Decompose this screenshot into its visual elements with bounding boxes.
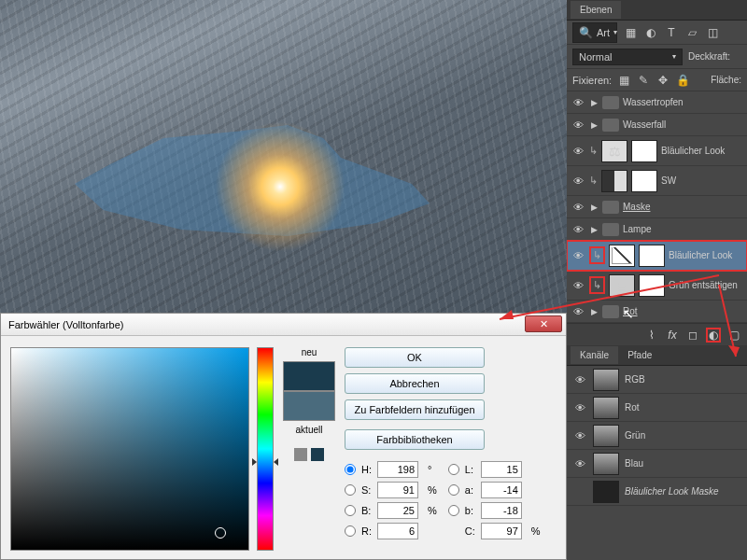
hue-slider[interactable] — [257, 347, 274, 551]
r-radio[interactable] — [345, 525, 356, 537]
channel-row[interactable]: 👁Bläulicher Look Maske — [567, 478, 747, 506]
channel-row[interactable]: 👁Grün — [567, 422, 747, 450]
right-panel: Ebenen 🔍Art ▦ ◐ T ▱ ◫ Normal Deckkraft: … — [567, 0, 747, 560]
visibility-icon[interactable]: 👁 — [571, 224, 585, 235]
channels-tab[interactable]: Kanäle — [571, 346, 618, 364]
dialog-titlebar[interactable]: Farbwähler (Volltonfarbe) ✕ — [1, 314, 566, 336]
lock-all-icon[interactable]: 🔒 — [675, 73, 690, 88]
s-radio[interactable] — [345, 484, 356, 496]
layer-row[interactable]: 👁▶Rot↖ — [567, 301, 747, 323]
channel-row[interactable]: 👁RGB — [567, 366, 747, 394]
layer-row[interactable]: 👁↳▤Grün entsättigen — [567, 271, 747, 301]
adjustment-icon-highlighted[interactable]: ◐ — [706, 328, 721, 343]
l-radio[interactable] — [448, 464, 459, 475]
color-field[interactable] — [10, 347, 249, 551]
layer-filter-row: 🔍Art ▦ ◐ T ▱ ◫ — [567, 21, 747, 45]
filter-adjust-icon[interactable]: ◐ — [643, 25, 658, 40]
link-icon[interactable]: ⌇ — [644, 328, 659, 343]
layer-row-selected[interactable]: 👁↳Bläulicher Look — [567, 241, 747, 271]
channel-thumb — [593, 397, 619, 419]
layer-row[interactable]: 👁↳⚖Bläulicher Look — [567, 136, 747, 166]
canvas-preview — [0, 0, 567, 317]
filter-shape-icon[interactable]: ▱ — [684, 25, 699, 40]
layers-tab-row: Ebenen — [567, 0, 747, 21]
blend-mode-row: Normal Deckkraft: — [567, 45, 747, 69]
clip-icon: ↳ — [589, 175, 598, 187]
filter-smart-icon[interactable]: ◫ — [705, 25, 720, 40]
layer-row[interactable]: 👁▶Lampe — [567, 218, 747, 241]
r-input[interactable] — [377, 523, 418, 539]
visibility-icon[interactable]: 👁 — [572, 430, 587, 441]
layer-row[interactable]: 👁▶Maske — [567, 196, 747, 218]
s-input[interactable] — [377, 482, 418, 498]
fx-icon[interactable]: fx — [665, 328, 680, 343]
a-input[interactable] — [481, 482, 522, 498]
twirl-icon[interactable]: ▶ — [589, 307, 599, 316]
color-libs-button[interactable]: Farbbibliotheken — [345, 429, 485, 450]
s-label: S: — [361, 484, 372, 496]
fill-label: Fläche: — [711, 75, 741, 85]
twirl-icon[interactable]: ▶ — [589, 225, 599, 234]
folder-icon — [602, 119, 619, 132]
layers-tab[interactable]: Ebenen — [571, 1, 621, 19]
b-radio[interactable] — [345, 505, 356, 516]
add-swatch-button[interactable]: Zu Farbfeldern hinzufügen — [345, 399, 485, 420]
new-label: neu — [302, 347, 317, 357]
visibility-icon[interactable]: 👁 — [572, 374, 587, 385]
dialog-title: Farbwähler (Volltonfarbe) — [8, 319, 124, 330]
ok-button[interactable]: OK — [345, 347, 485, 368]
channel-row[interactable]: 👁Rot — [567, 394, 747, 422]
visibility-icon[interactable]: 👁 — [571, 97, 585, 108]
layer-row[interactable]: 👁↳SW — [567, 166, 747, 196]
visibility-icon[interactable]: 👁 — [571, 119, 585, 131]
h-input[interactable] — [377, 461, 418, 478]
folder-icon — [602, 96, 619, 109]
lock-brush-icon[interactable]: ✎ — [636, 73, 651, 88]
twirl-icon[interactable]: ▶ — [589, 98, 599, 107]
close-button[interactable]: ✕ — [525, 315, 562, 332]
h-radio[interactable] — [345, 464, 356, 475]
paths-tab[interactable]: Pfade — [618, 346, 661, 364]
visibility-icon[interactable]: 👁 — [571, 306, 585, 317]
mask-thumb — [639, 274, 665, 297]
visibility-icon[interactable]: 👁 — [571, 146, 585, 157]
channel-thumb — [593, 369, 619, 391]
visibility-icon[interactable]: 👁 — [571, 175, 585, 187]
layer-row[interactable]: 👁▶Wasserfall — [567, 114, 747, 136]
b-input[interactable] — [377, 502, 418, 519]
filter-type-select[interactable]: 🔍Art — [572, 22, 617, 43]
l-input[interactable] — [481, 461, 522, 478]
layer-row[interactable]: 👁▶Wassertropfen — [567, 91, 747, 114]
current-color-swatch[interactable] — [283, 391, 335, 421]
group-icon[interactable]: ▢ — [726, 328, 741, 343]
clip-icon-highlighted: ↳ — [589, 246, 605, 264]
visibility-icon[interactable]: 👁 — [572, 402, 587, 413]
visibility-icon[interactable]: 👁 — [571, 202, 585, 213]
visibility-icon[interactable]: 👁 — [571, 250, 585, 261]
websafe-icon[interactable] — [311, 448, 324, 461]
cancel-button[interactable]: Abbrechen — [345, 373, 485, 394]
blend-mode-select[interactable]: Normal — [572, 49, 683, 65]
channels-tab-row: Kanäle Pfade — [567, 345, 747, 366]
twirl-icon[interactable]: ▶ — [589, 120, 599, 130]
filter-type-icon[interactable]: T — [664, 25, 679, 40]
c-input[interactable] — [481, 523, 522, 539]
lock-transparency-icon[interactable]: ▦ — [616, 73, 631, 88]
bb-input[interactable] — [481, 502, 522, 519]
bb-radio[interactable] — [448, 505, 459, 516]
new-color-swatch — [283, 361, 335, 391]
lab-values: L: a: b: C:% — [448, 461, 541, 539]
bw-icon — [601, 170, 627, 192]
lock-move-icon[interactable]: ✥ — [655, 73, 670, 88]
mask-icon[interactable]: ◻ — [685, 328, 700, 343]
channel-row[interactable]: 👁Blau — [567, 450, 747, 478]
visibility-icon[interactable]: 👁 — [571, 280, 585, 291]
gamut-icon[interactable] — [294, 448, 307, 461]
cursor-icon: ↖ — [623, 306, 634, 321]
search-icon: 🔍 — [579, 25, 593, 40]
visibility-icon[interactable]: 👁 — [572, 458, 587, 469]
filter-pixel-icon[interactable]: ▦ — [623, 25, 638, 40]
a-radio[interactable] — [448, 484, 459, 496]
twirl-icon[interactable]: ▶ — [589, 203, 599, 212]
folder-icon — [602, 223, 619, 236]
